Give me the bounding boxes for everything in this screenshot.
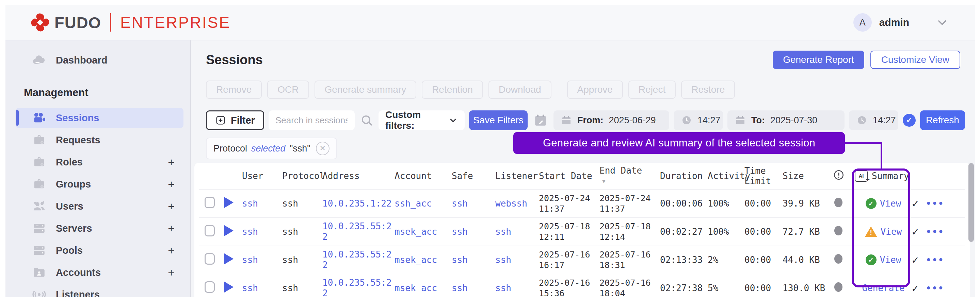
expand-plus-icon[interactable]: + (168, 156, 175, 169)
safe-link[interactable]: ssh (452, 255, 468, 265)
edit-date-icon[interactable] (533, 113, 548, 127)
address-link[interactable]: 10.0.235.55:22 (322, 278, 392, 297)
chevron-down-icon[interactable] (936, 17, 948, 28)
user-link[interactable]: ssh (242, 198, 258, 209)
check-icon[interactable]: ✓ (912, 283, 918, 294)
sidebar-item-roles[interactable]: Roles+ (16, 152, 183, 172)
date-to-field[interactable]: To: 2025-07-30 (727, 111, 845, 130)
apply-dates-check-icon[interactable]: ✓ (903, 114, 916, 127)
sidebar-item-label: Listeners (56, 289, 100, 297)
summary-action-link[interactable]: View (881, 226, 902, 237)
listener-link[interactable]: ssh (495, 283, 511, 293)
play-session-button[interactable] (224, 225, 234, 236)
expand-plus-icon[interactable]: + (168, 244, 175, 257)
account-link[interactable]: ssh_acc (395, 198, 432, 209)
bulk-download-button[interactable]: Download (488, 81, 552, 99)
sidebar-item-sessions[interactable]: Sessions (16, 108, 183, 128)
sidebar-item-pools[interactable]: Pools+ (16, 240, 183, 261)
filter-button[interactable]: Filter (206, 111, 264, 130)
more-actions-button[interactable]: ••• (926, 198, 944, 209)
generate-report-button[interactable]: Generate Report (773, 51, 864, 69)
expand-plus-icon[interactable]: + (168, 222, 175, 235)
row-checkbox[interactable] (205, 225, 215, 236)
play-session-button[interactable] (224, 281, 234, 293)
sidebar-item-accounts[interactable]: Accounts+ (16, 262, 183, 283)
sidebar-item-servers[interactable]: Servers+ (16, 218, 183, 239)
plus-square-icon (215, 115, 226, 126)
sidebar-item-groups[interactable]: Groups+ (16, 174, 183, 194)
more-actions-button[interactable]: ••• (926, 283, 944, 294)
play-session-button[interactable] (224, 197, 234, 208)
save-filters-button[interactable]: Save Filters (469, 111, 528, 130)
customize-view-button[interactable]: Customize View (870, 51, 960, 69)
check-icon[interactable]: ✓ (912, 198, 918, 209)
listener-link[interactable]: ssh (495, 255, 511, 265)
expand-plus-icon[interactable]: + (168, 178, 175, 191)
col-listener[interactable]: Listener (495, 171, 539, 181)
account-link[interactable]: msek_acc (395, 255, 437, 265)
col-info[interactable] (831, 169, 855, 183)
sidebar-item-listeners[interactable]: Listeners (16, 284, 183, 297)
listener-link[interactable]: webssh (495, 198, 527, 209)
bulk-remove-button[interactable]: Remove (206, 81, 262, 99)
custom-filters-select[interactable]: Custom filters: (379, 111, 465, 130)
summary-action-link[interactable]: View (880, 255, 901, 265)
summary-action-link[interactable]: Generate (862, 283, 904, 294)
col-size[interactable]: Size (783, 171, 831, 181)
bulk-ocr-button[interactable]: OCR (267, 81, 309, 99)
scrollbar-thumb[interactable] (969, 163, 974, 242)
col-address[interactable]: Address (322, 171, 395, 181)
time-from-field[interactable]: 14:27 (674, 111, 723, 130)
col-duration[interactable]: Duration (660, 171, 708, 181)
address-link[interactable]: 10.0.235.1:22 (322, 198, 392, 209)
summary-action-link[interactable]: View (880, 198, 901, 209)
col-start-date[interactable]: Start Date (539, 171, 600, 181)
play-session-button[interactable] (224, 253, 234, 264)
refresh-button[interactable]: Refresh (920, 111, 965, 130)
col-account[interactable]: Account (395, 171, 452, 181)
sidebar-item-dashboard[interactable]: Dashboard (16, 50, 183, 70)
bulk-approve-button[interactable]: Approve (567, 81, 623, 99)
account-link[interactable]: msek_acc (395, 226, 437, 237)
search-input[interactable] (269, 111, 355, 130)
user-link[interactable]: ssh (242, 255, 258, 265)
search-icon[interactable] (360, 114, 374, 127)
address-link[interactable]: 10.0.235.55:22 (322, 221, 392, 242)
col-user[interactable]: User (242, 171, 282, 181)
listener-link[interactable]: ssh (495, 226, 511, 237)
address-link[interactable]: 10.0.235.55:22 (322, 249, 392, 270)
safe-link[interactable]: ssh (452, 226, 468, 237)
bulk-restore-button[interactable]: Restore (681, 81, 735, 99)
more-actions-button[interactable]: ••• (926, 255, 944, 265)
col-safe[interactable]: Safe (452, 171, 495, 181)
user-link[interactable]: ssh (242, 226, 258, 237)
row-checkbox[interactable] (205, 197, 215, 208)
col-activity[interactable]: Activity (708, 171, 745, 181)
expand-plus-icon[interactable]: + (168, 266, 175, 279)
cell-summary: Generate (855, 283, 912, 294)
date-from-field[interactable]: From: 2025-06-29 (554, 111, 669, 130)
row-checkbox[interactable] (205, 253, 215, 265)
col-end-date[interactable]: End Date ▼ (600, 166, 660, 187)
remove-chip-icon[interactable]: ✕ (316, 142, 329, 155)
sidebar-item-requests[interactable]: Requests (16, 130, 183, 150)
safe-link[interactable]: ssh (452, 198, 468, 209)
row-checkbox[interactable] (205, 281, 215, 293)
user-menu[interactable]: A admin (853, 13, 948, 32)
sidebar-item-users[interactable]: Users+ (16, 196, 183, 217)
safe-link[interactable]: ssh (452, 283, 468, 293)
expand-plus-icon[interactable]: + (168, 200, 175, 213)
bulk-reject-button[interactable]: Reject (628, 81, 676, 99)
time-to-field[interactable]: 14:27 (849, 111, 898, 130)
bulk-generate-summary-button[interactable]: Generate summary (315, 81, 417, 99)
bulk-retention-button[interactable]: Retention (422, 81, 483, 99)
col-summary[interactable]: AI Summary (855, 170, 912, 182)
col-time-limit[interactable]: Time Limit (745, 166, 783, 186)
col-protocol[interactable]: Protocol (282, 171, 322, 181)
account-link[interactable]: msek_acc (395, 283, 437, 293)
check-icon[interactable]: ✓ (912, 255, 918, 265)
check-icon[interactable]: ✓ (912, 226, 918, 237)
more-actions-button[interactable]: ••• (926, 226, 944, 237)
user-link[interactable]: ssh (242, 283, 258, 293)
table-header-row: User Protocol Address Account Safe Liste… (199, 163, 965, 189)
